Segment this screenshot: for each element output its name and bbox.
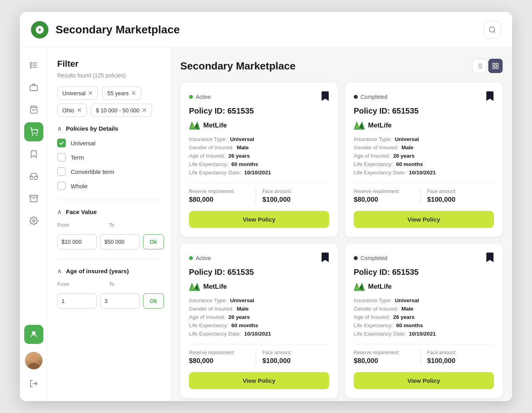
policy-details-0: Insurance Type: Universal Gender of Insu… [189,136,329,176]
svg-point-17 [31,355,37,361]
detail-row-type-0: Insurance Type: Universal [189,136,329,142]
bookmark-icon-2[interactable] [321,253,329,264]
view-policy-button-1[interactable]: View Policy [354,211,494,228]
age-from-input[interactable] [57,293,97,309]
policy-card-header-3: Completed [354,253,494,264]
checkbox-whole[interactable]: Whole [57,181,161,190]
filter-tag-amount[interactable]: $ 10 000 - 50 000 ✕ [91,104,152,117]
sidebar-item-bookmarks[interactable] [24,145,43,164]
view-policy-button-3[interactable]: View Policy [354,372,494,389]
filter-title: Filter [57,59,161,69]
svg-rect-28 [493,67,495,69]
app-logo[interactable] [31,21,48,39]
filter-tag-universal[interactable]: Universal ✕ [57,87,98,100]
filter-tag-age[interactable]: 55 years ✕ [102,87,141,100]
svg-rect-29 [496,67,498,69]
detail-row-type-1: Insurance Type: Universal [354,136,494,142]
face-value-to-label: To [109,222,114,228]
remove-tag-amount[interactable]: ✕ [142,106,147,114]
face-value-from-input[interactable] [57,234,97,249]
policy-financials-3: Reserve requirement: $80,000 Face amount… [354,344,494,365]
detail-row-expectancy-3: Life Expectancy: 60 months [354,322,494,328]
checkbox-universal[interactable]: Universal [57,139,161,147]
policy-card-2: Active Policy ID: 651535 MetLife Insuran… [180,244,338,398]
sidebar-item-tray[interactable] [24,189,43,208]
checkbox-whole-box[interactable] [57,181,66,190]
svg-rect-26 [493,63,495,65]
remove-tag-state[interactable]: ✕ [77,106,82,114]
svg-point-6 [30,65,31,66]
age-section-header[interactable]: Age of insured (years) [57,267,161,275]
marketplace-title: Secondary Marketplace [180,60,295,72]
bookmark-icon-3[interactable] [486,253,494,264]
insurer-logo-1: MetLife [354,121,494,130]
sidebar [20,48,48,401]
checkbox-term-box[interactable] [57,153,66,162]
face-value-ok-button[interactable]: Ok [143,234,164,249]
face-amount-block-0: Face amount: $100,000 [256,189,329,204]
policies-section-header[interactable]: Policies by Details [57,125,161,132]
checkbox-universal-label: Universal [71,140,96,147]
sidebar-item-briefcase[interactable] [24,78,43,97]
content-area: Filter Results found (125 policies) Univ… [48,48,512,401]
app-window: Secondary Marketplace [20,12,512,401]
face-value-section-header[interactable]: Face Value [57,208,161,216]
svg-point-10 [32,135,33,135]
age-chevron-icon [57,267,62,275]
marketplace-panel: Secondary Marketplace [171,48,512,401]
svg-point-5 [30,62,31,64]
detail-row-type-3: Insurance Type: Universal [354,297,494,303]
reserve-block-2: Reserve requirement: $80,000 [189,350,256,365]
sidebar-item-special[interactable] [24,325,43,344]
face-value-section-title: Face Value [66,208,97,215]
policy-status-text-1: Completed [360,94,387,100]
face-amount-block-2: Face amount: $100,000 [256,350,329,365]
policy-card-header-0: Active [189,91,329,102]
view-policy-button-2[interactable]: View Policy [189,372,329,389]
sidebar-item-inbox[interactable] [24,167,43,186]
age-to-label: To [109,281,114,287]
status-dot-0 [189,95,193,99]
sidebar-item-cart[interactable] [24,122,43,141]
status-dot-1 [354,95,358,99]
filter-results: Results found (125 policies) [57,72,161,79]
view-toggles [472,59,503,73]
bookmark-icon-1[interactable] [486,91,494,102]
svg-point-7 [30,67,31,68]
logout-icon[interactable] [24,374,43,393]
insurer-logo-3: MetLife [354,282,494,291]
insurer-name-1: MetLife [368,122,392,129]
svg-point-18 [28,363,39,369]
search-button[interactable] [484,21,501,39]
filter-divider-2 [57,259,161,259]
sidebar-item-bag[interactable] [24,100,43,119]
checkbox-convertible[interactable]: Convertible term [57,167,161,176]
face-value-to-input[interactable] [100,234,140,249]
user-avatar[interactable] [25,352,42,369]
checkbox-term-label: Term [71,154,84,161]
remove-tag-age[interactable]: ✕ [131,89,136,97]
policy-status-0: Active [189,94,211,100]
insurer-logo-0: MetLife [189,121,329,130]
sidebar-item-list[interactable] [24,56,43,75]
checkbox-universal-box[interactable] [57,139,66,147]
reserve-block-1: Reserve requirement: $80,000 [354,189,420,204]
bookmark-icon-0[interactable] [321,91,329,102]
checkbox-convertible-box[interactable] [57,167,66,176]
insurer-logo-2: MetLife [189,282,329,291]
sidebar-item-settings[interactable] [24,211,43,230]
filter-tag-state[interactable]: Ohio ✕ [57,104,87,117]
policy-card-3: Completed Policy ID: 651535 MetLife Insu… [345,244,503,398]
insurer-name-0: MetLife [203,122,227,129]
face-amount-block-1: Face amount: $100,000 [420,189,494,204]
age-ok-button[interactable]: Ok [143,293,164,309]
remove-tag-universal[interactable]: ✕ [88,89,93,97]
list-view-toggle[interactable] [472,59,487,73]
filter-section-policies: Policies by Details Universal Term [57,125,161,190]
age-to-input[interactable] [100,293,140,309]
checkbox-term[interactable]: Term [57,153,161,162]
view-policy-button-0[interactable]: View Policy [189,211,329,228]
detail-row-age-3: Age of Insured: 26 years [354,314,494,320]
svg-point-14 [33,220,35,222]
grid-view-toggle[interactable] [488,59,503,73]
